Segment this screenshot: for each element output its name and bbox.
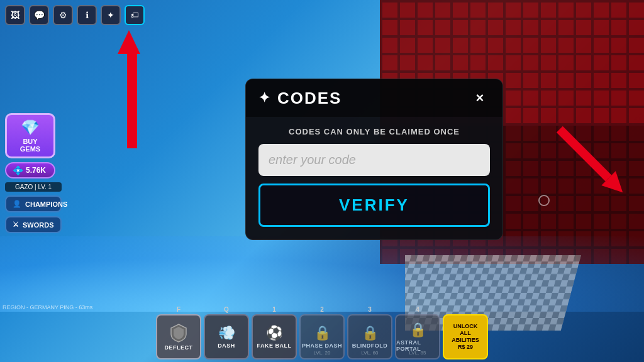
champions-button[interactable]: 👤 CHAMPIONS — [5, 195, 62, 212]
blindfold-button[interactable]: 🔒 BLINDFOLD LVL. 60 — [347, 314, 392, 359]
phasedash-label: PHASE DASH — [302, 343, 342, 349]
fakeball-slot: 1 ⚽ FAKE BALL — [252, 306, 297, 359]
fakeball-label: FAKE BALL — [257, 343, 292, 349]
dash-icon: 💨 — [218, 325, 235, 341]
region-info: REGION - GERMANY PING - 63ms — [3, 304, 92, 310]
blindfold-key: 3 — [368, 306, 372, 313]
blindfold-label: BLINDFOLD — [352, 343, 388, 349]
fakeball-button[interactable]: ⚽ FAKE BALL — [252, 314, 297, 359]
small-circle-indicator — [538, 195, 550, 206]
unlock-all-button[interactable]: UNLOCK ALL ABILITIES R$ 29 — [443, 314, 488, 359]
unlock-line4: R$ 29 — [458, 344, 473, 351]
swords-button[interactable]: ⚔ SWORDS — [5, 216, 62, 233]
swords-label: SWORDS — [23, 221, 54, 229]
bottom-action-bar: F DEFLECT Q 💨 DASH 1 ⚽ FAKE BALL 2 🔒 PHA… — [156, 306, 488, 362]
top-icon-bar: 🖼 💬 ⚙ ℹ ✦ 🏷 — [5, 5, 145, 25]
codes-notice: CODES CAN ONLY BE CLAIMED ONCE — [258, 127, 490, 136]
unlock-slot: - UNLOCK ALL ABILITIES R$ 29 — [443, 306, 488, 359]
deflect-label: DEFLECT — [165, 344, 193, 351]
modal-title-text: CODES — [277, 89, 341, 108]
star-icon-btn[interactable]: ✦ — [101, 5, 121, 25]
champions-label: CHAMPIONS — [25, 200, 67, 208]
unlock-line1: UNLOCK — [453, 323, 478, 330]
buy-gems-label: BUY GEMS — [13, 138, 47, 153]
code-input[interactable] — [258, 144, 490, 176]
phasedash-level: LVL. 20 — [314, 350, 331, 356]
left-sidebar: 💎 BUY GEMS 💠 5.76K GAZO | LV. 1 👤 CHAMPI… — [5, 113, 62, 233]
deflect-slot: F DEFLECT — [156, 306, 201, 359]
modal-body: CODES CAN ONLY BE CLAIMED ONCE VERIFY — [246, 117, 502, 239]
dash-label: DASH — [218, 343, 235, 349]
unlock-line2: ALL — [460, 330, 471, 337]
phasedash-key: 2 — [320, 306, 324, 313]
codes-icon-btn[interactable]: 🏷 — [125, 5, 145, 25]
gems-icon: 💎 — [21, 119, 40, 136]
screenshot-icon-btn[interactable]: 🖼 — [5, 5, 25, 25]
phasedash-button[interactable]: 🔒 PHASE DASH LVL. 20 — [299, 314, 345, 359]
player-name: GAZO | LV. 1 — [5, 182, 62, 192]
blindfold-slot: 3 🔒 BLINDFOLD LVL. 60 — [347, 306, 392, 359]
blindfold-level: LVL. 60 — [362, 350, 379, 356]
fakeball-key: 1 — [272, 306, 276, 313]
dash-button[interactable]: 💨 DASH — [204, 314, 249, 359]
currency-badge: 💠 5.76K — [5, 162, 55, 178]
astral-button[interactable]: 🔒 ASTRAL PORTAL LVL. 85 — [395, 314, 440, 359]
close-modal-button[interactable]: × — [470, 88, 490, 108]
phasedash-slot: 2 🔒 PHASE DASH LVL. 20 — [299, 306, 345, 359]
astral-level: LVL. 85 — [409, 350, 426, 356]
shield-icon — [169, 323, 189, 343]
dash-key: Q — [224, 306, 229, 313]
astral-lock-icon: 🔒 — [409, 322, 426, 338]
swords-icon: ⚔ — [13, 221, 19, 229]
info-icon-btn[interactable]: ℹ — [77, 5, 97, 25]
currency-value: 5.76K — [26, 166, 46, 175]
unlock-line3: ABILITIES — [452, 337, 479, 344]
blindfold-lock-icon: 🔒 — [362, 325, 379, 341]
verify-button[interactable]: VERIFY — [258, 184, 490, 227]
chat-icon-btn[interactable]: 💬 — [29, 5, 49, 25]
deflect-button[interactable]: DEFLECT — [156, 314, 201, 359]
modal-header: ✦ CODES × — [246, 79, 502, 117]
arrow-up — [123, 30, 140, 148]
phasedash-lock-icon: 🔒 — [314, 325, 331, 341]
codes-modal: ✦ CODES × CODES CAN ONLY BE CLAIMED ONCE… — [245, 79, 503, 240]
currency-icon: 💠 — [13, 165, 23, 175]
dash-slot: Q 💨 DASH — [204, 306, 249, 359]
fakeball-icon: ⚽ — [266, 325, 283, 341]
settings-icon-btn[interactable]: ⚙ — [53, 5, 73, 25]
astral-slot: 4 🔒 ASTRAL PORTAL LVL. 85 — [395, 306, 440, 359]
modal-title: ✦ CODES — [258, 89, 341, 108]
sparkle-icon: ✦ — [258, 90, 271, 106]
deflect-key: F — [177, 306, 180, 313]
astral-key: 4 — [416, 306, 419, 313]
buy-gems-button[interactable]: 💎 BUY GEMS — [5, 113, 55, 158]
champions-icon: 👤 — [13, 200, 21, 208]
